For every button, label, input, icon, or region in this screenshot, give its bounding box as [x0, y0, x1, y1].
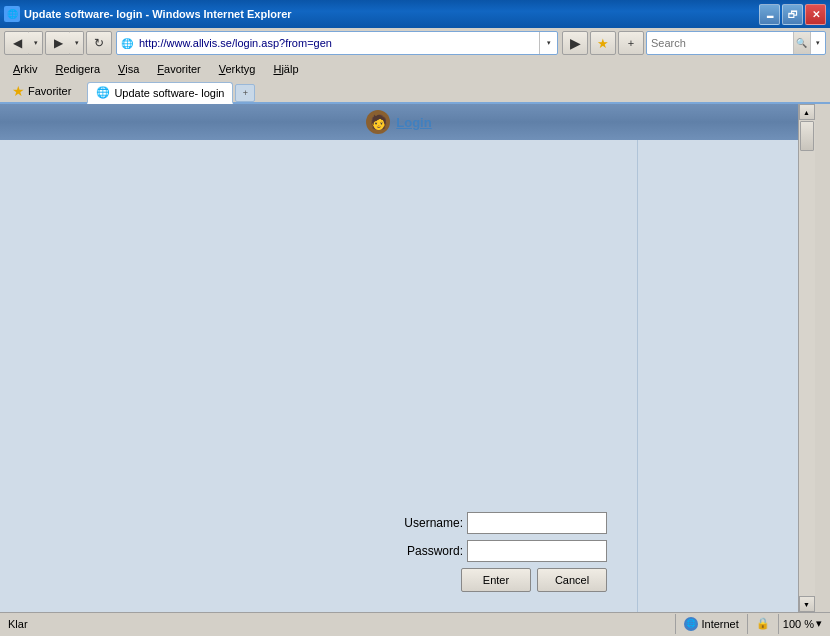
- login-header: 🧑 Login: [0, 104, 798, 140]
- scroll-down-button[interactable]: ▼: [799, 596, 815, 612]
- search-button[interactable]: 🔍: [793, 32, 810, 54]
- scrollbar: ▲ ▼: [798, 104, 814, 612]
- search-bar: 🔍 ▾: [646, 31, 826, 55]
- favorites-star[interactable]: ★: [590, 31, 616, 55]
- scroll-thumb[interactable]: [800, 121, 814, 151]
- lock-icon: 🔒: [756, 617, 770, 630]
- zoom-dropdown-icon: ▾: [816, 617, 822, 630]
- status-bar: Klar 🌐 Internet 🔒 100 % ▾: [0, 612, 830, 634]
- title-bar-buttons: 🗕 🗗 ✕: [759, 4, 826, 25]
- form-inner: Username: Password: Enter Cancel: [0, 512, 637, 592]
- menu-hjalp[interactable]: Hjälp: [264, 60, 307, 78]
- maximize-button[interactable]: 🗗: [782, 4, 803, 25]
- search-dropdown[interactable]: ▾: [810, 32, 825, 54]
- menu-arkiv[interactable]: Arkiv: [4, 60, 46, 78]
- title-bar-left: 🌐 Update software- login - Windows Inter…: [4, 6, 292, 22]
- add-favorites[interactable]: +: [618, 31, 644, 55]
- navigation-bar: ◀ ▾ ▶ ▾ ↻ 🌐 ▾ ▶ ★ + 🔍 ▾: [0, 28, 830, 58]
- forward-dropdown[interactable]: ▾: [70, 31, 84, 55]
- form-area: Username: Password: Enter Cancel: [0, 140, 637, 612]
- username-input[interactable]: [467, 512, 607, 534]
- zoom-segment[interactable]: 100 % ▾: [778, 614, 826, 634]
- address-dropdown[interactable]: ▾: [539, 32, 557, 54]
- right-column: [638, 140, 798, 612]
- tab-update-software[interactable]: 🌐 Update software- login: [87, 82, 233, 104]
- tab-bar: ★ Favoriter 🌐 Update software- login +: [0, 80, 830, 104]
- address-input[interactable]: [137, 37, 539, 49]
- scroll-track[interactable]: [799, 120, 815, 596]
- menu-visa[interactable]: Visa: [109, 60, 148, 78]
- login-avatar-icon: 🧑: [366, 110, 390, 134]
- password-row: Password:: [393, 540, 607, 562]
- status-text: Klar: [4, 618, 675, 630]
- menu-redigera[interactable]: Redigera: [46, 60, 109, 78]
- menu-verktyg[interactable]: Verktyg: [210, 60, 265, 78]
- page-body: Username: Password: Enter Cancel: [0, 140, 798, 612]
- back-button[interactable]: ◀: [4, 31, 30, 55]
- password-label: Password:: [393, 544, 463, 558]
- browser-icon: 🌐: [4, 6, 20, 22]
- login-link[interactable]: Login: [396, 115, 431, 130]
- username-row: Username:: [393, 512, 607, 534]
- zoom-value: 100 %: [783, 618, 814, 630]
- favorites-button[interactable]: ★ Favoriter: [4, 80, 79, 102]
- minimize-button[interactable]: 🗕: [759, 4, 780, 25]
- tab-favicon: 🌐: [96, 86, 110, 100]
- back-dropdown[interactable]: ▾: [29, 31, 43, 55]
- enter-button[interactable]: Enter: [461, 568, 531, 592]
- address-icon: 🌐: [117, 32, 137, 54]
- zone-label: Internet: [701, 618, 738, 630]
- browser-content: 🧑 Login Username:: [0, 104, 830, 612]
- left-column: Username: Password: Enter Cancel: [0, 140, 638, 612]
- close-button[interactable]: ✕: [805, 4, 826, 25]
- webpage: 🧑 Login Username:: [0, 104, 798, 612]
- go-button[interactable]: ▶: [562, 31, 588, 55]
- form-buttons: Enter Cancel: [387, 568, 607, 592]
- globe-icon: 🌐: [684, 617, 698, 631]
- username-label: Username:: [393, 516, 463, 530]
- forward-button[interactable]: ▶: [45, 31, 71, 55]
- status-segments: 🌐 Internet 🔒 100 % ▾: [675, 614, 826, 634]
- favorites-star-icon: ★: [12, 83, 25, 99]
- refresh-stop-button[interactable]: ↻: [86, 31, 112, 55]
- cancel-button[interactable]: Cancel: [537, 568, 607, 592]
- new-tab-button[interactable]: +: [235, 84, 255, 102]
- tab-label: Update software- login: [114, 87, 224, 99]
- menu-bar: Arkiv Redigera Visa Favoriter Verktyg Hj…: [0, 58, 830, 80]
- favorites-label: Favoriter: [28, 85, 71, 97]
- title-bar: 🌐 Update software- login - Windows Inter…: [0, 0, 830, 28]
- scroll-up-button[interactable]: ▲: [799, 104, 815, 120]
- window-title: Update software- login - Windows Interne…: [24, 8, 292, 20]
- address-bar: 🌐 ▾: [116, 31, 558, 55]
- content-columns: Username: Password: Enter Cancel: [0, 140, 798, 612]
- menu-favoriter[interactable]: Favoriter: [148, 60, 209, 78]
- security-segment: 🔒: [747, 614, 778, 634]
- zone-segment: 🌐 Internet: [675, 614, 746, 634]
- search-input[interactable]: [647, 37, 793, 49]
- webpage-wrapper: 🧑 Login Username:: [0, 104, 830, 612]
- password-input[interactable]: [467, 540, 607, 562]
